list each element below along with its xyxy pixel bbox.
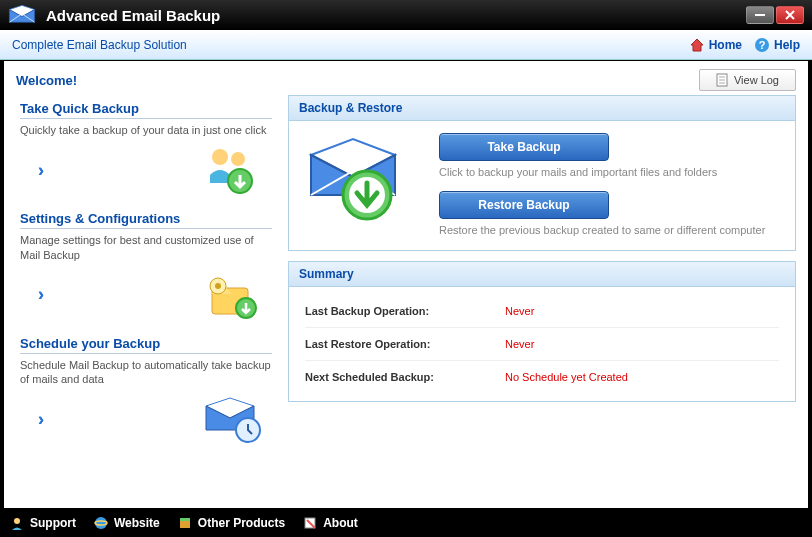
section-title[interactable]: Schedule your Backup [20,336,272,354]
person-icon [10,516,24,530]
footer: Support Website Other Products About [0,509,812,537]
ie-icon [94,516,108,530]
section-title[interactable]: Take Quick Backup [20,101,272,119]
section-desc: Schedule Mail Backup to automatically ta… [20,358,272,387]
app-window: Advanced Email Backup Complete Email Bac… [0,0,812,537]
svg-text:?: ? [759,39,766,51]
tagline: Complete Email Backup Solution [12,38,187,52]
svg-point-7 [212,149,228,165]
app-icon [8,4,36,26]
summary-value: No Schedule yet Created [505,371,628,383]
help-icon: ? [754,37,770,53]
view-log-button[interactable]: View Log [699,69,796,91]
backup-restore-panel: Backup & Restore Take Backup Click to ba… [288,95,796,251]
box-icon [178,516,192,530]
support-label: Support [30,516,76,530]
help-label: Help [774,38,800,52]
restore-backup-button[interactable]: Restore Backup [439,191,609,219]
panel-header: Backup & Restore [289,96,795,121]
summary-label: Last Backup Operation: [305,305,505,317]
mail-clock-icon [200,394,264,444]
svg-point-18 [95,517,107,529]
mail-download-icon [301,133,421,233]
sidebar: Take Quick Backup Quickly take a backup … [16,95,276,500]
restore-backup-action: Restore Backup Restore the previous back… [439,191,783,237]
home-link[interactable]: Home [689,37,742,53]
welcome-text: Welcome! [16,73,77,88]
summary-value: Never [505,305,534,317]
restore-backup-desc: Restore the previous backup created to s… [439,223,783,237]
other-products-label: Other Products [198,516,285,530]
minimize-button[interactable] [746,6,774,24]
svg-rect-20 [180,520,190,528]
take-backup-action: Take Backup Click to backup your mails a… [439,133,783,179]
take-backup-button[interactable]: Take Backup [439,133,609,161]
people-backup-icon [200,145,264,195]
window-controls [746,6,804,24]
content-area: Welcome! View Log Take Quick Backup Quic… [3,60,809,509]
section-desc: Quickly take a backup of your data in ju… [20,123,272,137]
svg-point-8 [231,152,245,166]
home-icon [689,37,705,53]
section-desc: Manage settings for best and customized … [20,233,272,262]
summary-row: Last Backup Operation: Never [305,295,779,328]
document-icon [716,73,728,87]
summary-value: Never [505,338,534,350]
main-panels: Backup & Restore Take Backup Click to ba… [288,95,796,500]
folder-gear-icon [200,270,264,320]
summary-label: Last Restore Operation: [305,338,505,350]
panel-header: Summary [289,262,795,287]
help-link[interactable]: ? Help [754,37,800,53]
svg-rect-0 [755,14,765,16]
website-link[interactable]: Website [94,516,160,530]
settings-section: Settings & Configurations Manage setting… [20,211,272,322]
titlebar: Advanced Email Backup [0,0,812,30]
home-label: Home [709,38,742,52]
other-products-link[interactable]: Other Products [178,516,285,530]
summary-panel: Summary Last Backup Operation: Never Las… [288,261,796,402]
support-link[interactable]: Support [10,516,76,530]
summary-label: Next Scheduled Backup: [305,371,505,383]
svg-point-17 [14,518,20,524]
subheader: Complete Email Backup Solution Home ? He… [0,30,812,60]
note-icon [303,516,317,530]
svg-point-12 [215,283,221,289]
summary-row: Last Restore Operation: Never [305,328,779,361]
schedule-section: Schedule your Backup Schedule Mail Backu… [20,336,272,447]
website-label: Website [114,516,160,530]
quick-backup-section: Take Quick Backup Quickly take a backup … [20,101,272,197]
svg-rect-21 [180,518,190,521]
close-button[interactable] [776,6,804,24]
take-backup-desc: Click to backup your mails and important… [439,165,783,179]
about-link[interactable]: About [303,516,358,530]
summary-row: Next Scheduled Backup: No Schedule yet C… [305,361,779,393]
view-log-label: View Log [734,74,779,86]
app-title: Advanced Email Backup [46,7,220,24]
section-title[interactable]: Settings & Configurations [20,211,272,229]
about-label: About [323,516,358,530]
